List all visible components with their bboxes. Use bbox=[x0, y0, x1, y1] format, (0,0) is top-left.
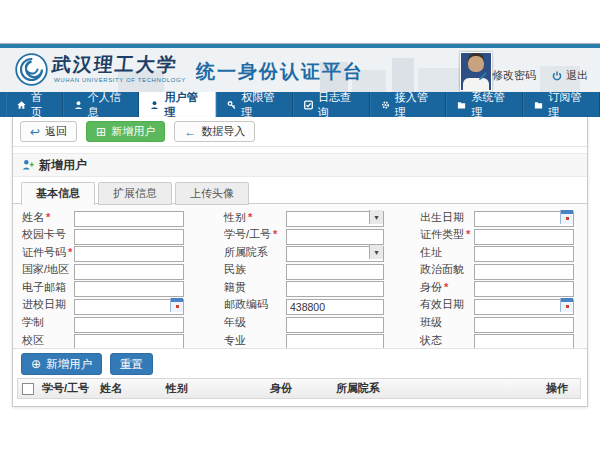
platform-title: 统一身份认证平台 bbox=[196, 59, 364, 85]
calendar-icon[interactable] bbox=[170, 298, 183, 312]
table-header-4: 所属院系 bbox=[336, 381, 546, 396]
tab-2[interactable]: 上传头像 bbox=[175, 182, 249, 205]
field-label-department: 所属院系 bbox=[224, 245, 286, 260]
id-type-field[interactable] bbox=[474, 229, 574, 245]
required-marker: * bbox=[273, 228, 277, 240]
home-icon bbox=[17, 100, 26, 110]
nav-item-5[interactable]: 接入管理 bbox=[370, 92, 447, 117]
education-length-field[interactable] bbox=[74, 317, 184, 333]
required-marker: * bbox=[444, 281, 448, 293]
logout-link[interactable]: 退出 bbox=[552, 68, 588, 83]
nav-item-2[interactable]: 用户管理 bbox=[139, 92, 216, 117]
content-wrapper: ↩ 返回 ⊞ 新增用户 ← 数据导入 新增用户 基本信息扩展信息上传头像 姓名*… bbox=[12, 117, 588, 407]
native-place-field[interactable] bbox=[286, 281, 384, 297]
nav-item-4[interactable]: 日志查询 bbox=[293, 92, 370, 117]
enrollment-date-field[interactable] bbox=[74, 299, 184, 315]
field-label-postal-code: 邮政编码 bbox=[224, 297, 286, 312]
field-label-campus-card-no: 校园卡号 bbox=[22, 227, 74, 242]
field-label-native-place: 籍贯 bbox=[224, 280, 286, 295]
chevron-down-icon[interactable]: ▾ bbox=[369, 210, 383, 224]
nav-item-label: 订阅管理 bbox=[548, 90, 588, 120]
university-name-en: WUHAN UNIVERSITY OF TECHNOLOGY bbox=[54, 77, 186, 83]
back-button-label: 返回 bbox=[45, 124, 67, 139]
postal-code-field[interactable] bbox=[286, 299, 384, 315]
name-field[interactable] bbox=[74, 211, 184, 227]
field-label-ethnicity: 民族 bbox=[224, 262, 286, 277]
tab-1[interactable]: 扩展信息 bbox=[98, 182, 172, 205]
nav-item-0[interactable]: 首页 bbox=[6, 92, 63, 117]
left-arrow-icon: ← bbox=[184, 126, 196, 138]
field-label-country-region: 国家/地区 bbox=[22, 262, 74, 277]
email-field[interactable] bbox=[74, 281, 184, 297]
identity-field[interactable] bbox=[474, 281, 574, 297]
field-label-valid-date: 有效日期 bbox=[420, 297, 474, 312]
required-marker: * bbox=[466, 228, 470, 240]
calendar-icon[interactable] bbox=[560, 210, 573, 224]
campus-card-no-field[interactable] bbox=[74, 229, 184, 245]
chevron-down-icon[interactable]: ▾ bbox=[369, 245, 383, 259]
nav-item-label: 系统管理 bbox=[472, 90, 512, 120]
nav-item-6[interactable]: 系统管理 bbox=[446, 92, 523, 117]
nav-item-label: 个人信息 bbox=[88, 90, 128, 120]
doc-icon bbox=[457, 100, 466, 110]
nav-item-1[interactable]: 个人信息 bbox=[63, 92, 140, 117]
field-label-identity: 身份* bbox=[420, 280, 474, 295]
pencil-icon bbox=[478, 71, 488, 81]
squared-plus-icon: ⊞ bbox=[96, 126, 106, 138]
country-region-field[interactable] bbox=[74, 264, 184, 280]
add-user-submit-button[interactable]: ⊕ 新增用户 bbox=[21, 353, 102, 375]
reset-button[interactable]: 重置 bbox=[110, 353, 153, 375]
doc-icon bbox=[534, 100, 543, 110]
field-label-campus: 校区 bbox=[22, 333, 74, 348]
major-field[interactable] bbox=[286, 334, 384, 349]
field-label-student-employee-no: 学号/工号* bbox=[224, 227, 286, 242]
nav-item-3[interactable]: 权限管理 bbox=[216, 92, 293, 117]
required-marker: * bbox=[46, 211, 50, 223]
campus-field[interactable] bbox=[74, 334, 184, 349]
field-label-status: 状态 bbox=[420, 333, 474, 348]
field-label-email: 电子邮箱 bbox=[22, 280, 74, 295]
nav-item-label: 日志查询 bbox=[318, 90, 358, 120]
id-number-field[interactable] bbox=[74, 246, 184, 262]
back-button[interactable]: ↩ 返回 bbox=[20, 121, 77, 142]
required-marker: * bbox=[248, 211, 252, 223]
main-nav: 首页个人信息用户管理权限管理日志查询接入管理系统管理订阅管理 bbox=[0, 92, 600, 117]
data-import-label: 数据导入 bbox=[201, 124, 245, 139]
app-window: 武汉理工大学 WUHAN UNIVERSITY OF TECHNOLOGY 统一… bbox=[0, 0, 600, 450]
field-label-address: 住址 bbox=[420, 245, 474, 260]
logout-label: 退出 bbox=[566, 68, 588, 83]
field-label-major: 专业 bbox=[224, 333, 286, 348]
add-user-icon bbox=[22, 159, 34, 171]
return-arrow-icon: ↩ bbox=[30, 126, 40, 138]
data-import-button[interactable]: ← 数据导入 bbox=[174, 121, 255, 142]
user-icon bbox=[74, 100, 83, 110]
address-field[interactable] bbox=[474, 246, 574, 262]
field-label-education-length: 学制 bbox=[22, 315, 74, 330]
key-icon bbox=[227, 100, 236, 110]
panel-title-label: 新增用户 bbox=[39, 157, 87, 174]
change-password-link[interactable]: 修改密码 bbox=[478, 68, 536, 83]
status-field[interactable] bbox=[474, 334, 574, 349]
valid-date-field[interactable] bbox=[474, 299, 574, 315]
nav-item-label: 首页 bbox=[31, 90, 51, 120]
panel-title: 新增用户 bbox=[13, 153, 587, 177]
add-user-toolbar-button[interactable]: ⊞ 新增用户 bbox=[86, 121, 165, 142]
birth-date-field[interactable] bbox=[474, 211, 574, 227]
circled-plus-icon: ⊕ bbox=[31, 358, 41, 370]
field-label-id-type: 证件类型* bbox=[420, 227, 474, 242]
grade-field[interactable] bbox=[286, 317, 384, 333]
nav-item-label: 权限管理 bbox=[241, 90, 281, 120]
ethnicity-field[interactable] bbox=[286, 264, 384, 280]
political-status-field[interactable] bbox=[474, 264, 574, 280]
table-header-2: 性别 bbox=[166, 381, 270, 396]
basic-info-form: 姓名*性别*▾出生日期校园卡号学号/工号*证件类型*证件号码*所属院系▾住址国家… bbox=[13, 203, 587, 349]
power-icon bbox=[552, 71, 562, 81]
calendar-icon[interactable] bbox=[560, 298, 573, 312]
tab-0[interactable]: 基本信息 bbox=[21, 182, 95, 205]
student-employee-no-field[interactable] bbox=[286, 229, 384, 245]
nav-item-label: 接入管理 bbox=[395, 90, 435, 120]
university-name-cn: 武汉理工大学 bbox=[51, 55, 187, 74]
nav-item-7[interactable]: 订阅管理 bbox=[523, 92, 600, 117]
class-field[interactable] bbox=[474, 317, 574, 333]
select-all-checkbox[interactable] bbox=[22, 383, 34, 395]
